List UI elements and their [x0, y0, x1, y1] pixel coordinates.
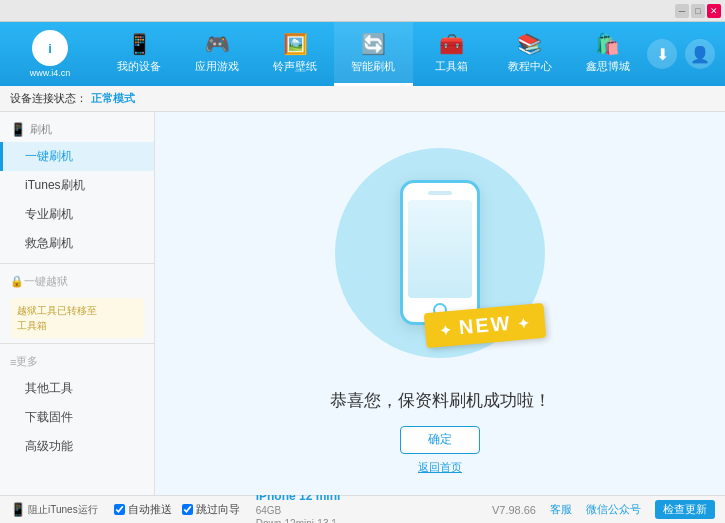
top-nav: i www.i4.cn 📱 我的设备 🎮 应用游戏 🖼️ 铃声壁纸 🔄 智能刷机…: [0, 22, 725, 86]
ringtones-icon: 🖼️: [283, 32, 308, 56]
sidebar-divider-2: [0, 343, 154, 344]
status-value: 正常模式: [91, 91, 135, 106]
nav-tutorial[interactable]: 📚 教程中心: [491, 22, 569, 86]
flash-section-label: 刷机: [30, 122, 52, 137]
skip-wizard-checkbox[interactable]: [182, 504, 193, 515]
nav-toolbox-label: 工具箱: [435, 59, 468, 74]
phone-screen: [408, 200, 472, 298]
download-button[interactable]: ⬇: [647, 39, 677, 69]
pro-flash-label: 专业刷机: [25, 207, 73, 221]
maximize-button[interactable]: □: [691, 4, 705, 18]
phone-speaker: [428, 191, 452, 195]
onekey-flash-label: 一键刷机: [25, 149, 73, 163]
home-link[interactable]: 返回首页: [418, 460, 462, 475]
toolbox-icon: 🧰: [439, 32, 464, 56]
nav-apps-games[interactable]: 🎮 应用游戏: [178, 22, 256, 86]
close-button[interactable]: ✕: [707, 4, 721, 18]
version-text: V7.98.66: [492, 504, 536, 516]
auto-send-checkbox-group: 自动推送: [114, 502, 172, 517]
jailbreak-label: 一键越狱: [24, 274, 68, 289]
smart-flash-icon: 🔄: [361, 32, 386, 56]
success-text: 恭喜您，保资料刷机成功啦！: [330, 389, 551, 412]
auto-send-checkbox[interactable]: [114, 504, 125, 515]
sidebar-flash-header: 📱 刷机: [0, 117, 154, 142]
my-device-icon: 📱: [127, 32, 152, 56]
phone-status-icon: 📱: [10, 502, 26, 517]
itunes-flash-label: iTunes刷机: [25, 178, 85, 192]
skip-wizard-label[interactable]: 跳过向导: [196, 502, 240, 517]
jailbreak-icon: 🔒: [10, 275, 24, 288]
tutorial-icon: 📚: [517, 32, 542, 56]
sidebar: 📱 刷机 一键刷机 iTunes刷机 专业刷机 救急刷机 🔒 一键越狱 越狱工具…: [0, 112, 155, 495]
device-firmware: Down-12mini-13,1: [256, 517, 341, 523]
phone-body: [400, 180, 480, 325]
nav-ringtones-label: 铃声壁纸: [273, 59, 317, 74]
bottom-right: V7.98.66 客服 微信公众号 检查更新: [492, 500, 715, 519]
phone-illustration: NEW: [320, 133, 560, 373]
nav-apps-games-label: 应用游戏: [195, 59, 239, 74]
wechat-official-link[interactable]: 微信公众号: [586, 502, 641, 517]
sidebar-more-header: ≡ 更多: [0, 349, 154, 374]
emergency-flash-label: 救急刷机: [25, 236, 73, 250]
nav-my-device-label: 我的设备: [117, 59, 161, 74]
sidebar-item-advanced[interactable]: 高级功能: [0, 432, 154, 461]
sidebar-jailbreak-note: 越狱工具已转移至工具箱: [10, 298, 144, 338]
logo-symbol: i: [48, 41, 52, 56]
sidebar-item-emergency-flash[interactable]: 救急刷机: [0, 229, 154, 258]
nav-tutorial-label: 教程中心: [508, 59, 552, 74]
nav-store[interactable]: 🛍️ 鑫思博城: [569, 22, 647, 86]
stop-itunes-label: 阻止iTunes运行: [28, 503, 98, 517]
sidebar-divider-1: [0, 263, 154, 264]
status-bar: 设备连接状态： 正常模式: [0, 86, 725, 112]
auto-send-label[interactable]: 自动推送: [128, 502, 172, 517]
sidebar-item-onekey-flash[interactable]: 一键刷机: [0, 142, 154, 171]
minimize-button[interactable]: ─: [675, 4, 689, 18]
advanced-label: 高级功能: [25, 439, 73, 453]
logo-text: www.i4.cn: [30, 68, 71, 78]
nav-right-buttons: ⬇ 👤: [647, 39, 725, 69]
store-icon: 🛍️: [595, 32, 620, 56]
sidebar-item-other-tools[interactable]: 其他工具: [0, 374, 154, 403]
nav-ringtones[interactable]: 🖼️ 铃声壁纸: [256, 22, 334, 86]
nav-smart-flash[interactable]: 🔄 智能刷机: [334, 22, 412, 86]
nav-my-device[interactable]: 📱 我的设备: [100, 22, 178, 86]
nav-toolbox[interactable]: 🧰 工具箱: [413, 22, 491, 86]
nav-store-label: 鑫思博城: [586, 59, 630, 74]
content-area: NEW 恭喜您，保资料刷机成功啦！ 确定 返回首页: [155, 112, 725, 495]
apps-games-icon: 🎮: [205, 32, 230, 56]
bottom-bar: 📱 阻止iTunes运行 自动推送 跳过向导 iPhone 12 mini 64…: [0, 495, 725, 523]
check-update-button[interactable]: 检查更新: [655, 500, 715, 519]
nav-smart-flash-label: 智能刷机: [351, 59, 395, 74]
nav-items: 📱 我的设备 🎮 应用游戏 🖼️ 铃声壁纸 🔄 智能刷机 🧰 工具箱 📚 教程中…: [100, 22, 647, 86]
sidebar-item-pro-flash[interactable]: 专业刷机: [0, 200, 154, 229]
other-tools-label: 其他工具: [25, 381, 73, 395]
stop-itunes-area: 📱 阻止iTunes运行: [10, 502, 104, 517]
title-bar: ─ □ ✕: [0, 0, 725, 22]
logo-area: i www.i4.cn: [0, 30, 100, 78]
sidebar-item-download-firmware[interactable]: 下载固件: [0, 403, 154, 432]
status-label: 设备连接状态：: [10, 91, 87, 106]
user-button[interactable]: 👤: [685, 39, 715, 69]
flash-section-icon: 📱: [10, 122, 26, 137]
skip-wizard-checkbox-group: 跳过向导: [182, 502, 240, 517]
window-controls: ─ □ ✕: [675, 4, 721, 18]
sidebar-jailbreak-header: 🔒 一键越狱: [0, 269, 154, 294]
customer-service-link[interactable]: 客服: [550, 502, 572, 517]
sidebar-item-itunes-flash[interactable]: iTunes刷机: [0, 171, 154, 200]
download-firmware-label: 下载固件: [25, 410, 73, 424]
device-storage: 64GB: [256, 504, 341, 517]
confirm-button[interactable]: 确定: [400, 426, 480, 454]
more-label: 更多: [16, 354, 38, 369]
logo-circle: i: [32, 30, 68, 66]
main-content: 📱 刷机 一键刷机 iTunes刷机 专业刷机 救急刷机 🔒 一键越狱 越狱工具…: [0, 112, 725, 495]
